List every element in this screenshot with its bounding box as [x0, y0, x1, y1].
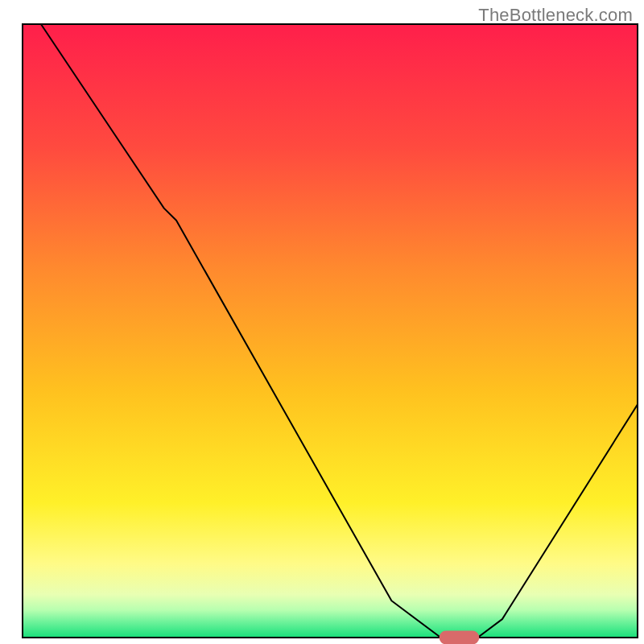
bottleneck-chart [0, 0, 644, 644]
plot-area [23, 24, 638, 638]
chart-container: { "watermark": "TheBottleneck.com", "cha… [0, 0, 644, 644]
optimum-marker [440, 631, 480, 644]
